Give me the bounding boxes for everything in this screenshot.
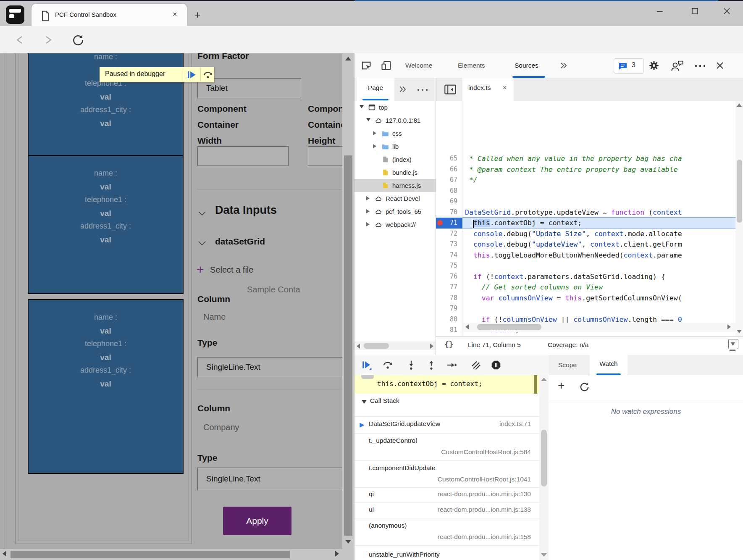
load-coverage-icon[interactable] <box>728 339 738 349</box>
tree-item-css[interactable]: css <box>354 127 436 140</box>
hide-navigator-icon[interactable] <box>444 84 457 95</box>
code-line-72[interactable]: console.debug("Update Size", context.mod… <box>462 229 743 239</box>
step-over-icon[interactable] <box>382 360 393 371</box>
gutter-line-68[interactable]: 68 <box>436 186 462 197</box>
tree-item-top[interactable]: top <box>354 101 436 114</box>
new-tab-button[interactable]: + <box>192 9 203 21</box>
scroll-right-icon[interactable] <box>335 551 339 557</box>
add-watch-icon[interactable]: + <box>558 379 564 392</box>
code-line-71[interactable]: this.contextObj = context; <box>462 217 743 229</box>
pause-on-exceptions-icon[interactable] <box>491 360 501 371</box>
scroll-down-icon[interactable] <box>345 540 351 544</box>
gutter-line-72[interactable]: 72 <box>436 229 462 239</box>
gutter-line-70[interactable]: 70 <box>436 207 462 218</box>
gutter-line-67[interactable]: 67 <box>436 175 462 186</box>
step-over-icon[interactable] <box>203 71 213 79</box>
tree-item-webpack-[interactable]: webpack:// <box>354 218 436 231</box>
page-vertical-scrollbar[interactable] <box>342 53 354 549</box>
gutter-line-65[interactable]: 65 <box>436 153 462 164</box>
tree-item-lib[interactable]: lib <box>354 140 436 153</box>
tree-item-bundle-js[interactable]: bundle.js <box>354 166 436 179</box>
resume-script-icon[interactable] <box>361 360 372 371</box>
tree-item--index-[interactable]: (index) <box>354 153 436 166</box>
dataset-chevron-icon[interactable] <box>197 239 207 248</box>
code-line-76[interactable]: if (!context.parameters.dataSetGrid.load… <box>462 271 743 282</box>
container-height-input[interactable] <box>308 146 342 166</box>
gutter-line-76[interactable]: 76 <box>436 271 462 282</box>
gutter-line-66[interactable]: 66 <box>436 164 462 175</box>
expander-open-icon[interactable] <box>360 105 364 108</box>
window-minimize-button[interactable] <box>654 6 665 17</box>
apply-button[interactable]: Apply <box>223 507 291 535</box>
call-stack-header[interactable]: Call Stack <box>354 394 539 410</box>
navigator-hscrollbar[interactable] <box>354 342 436 350</box>
call-stack-frame[interactable]: uireact-dom.produ...ion.min.js:133 <box>354 503 539 518</box>
gutter-line-79[interactable]: 79 <box>436 303 462 314</box>
type1-select[interactable]: SingleLine.Text <box>197 357 342 377</box>
gutter-line-78[interactable]: 78 <box>436 293 462 304</box>
resume-script-icon[interactable] <box>186 70 197 79</box>
gutter-line-80[interactable]: 80 <box>436 314 462 325</box>
more-tabs-icon[interactable] <box>559 53 568 78</box>
page-hscroll-thumb[interactable] <box>11 551 290 558</box>
tree-item-127-0-0-1-81[interactable]: 127.0.0.1:81 <box>354 114 436 127</box>
step-icon[interactable] <box>446 360 457 371</box>
record-card[interactable]: name :valtelephone1 :valaddress1_city :v… <box>28 155 184 294</box>
step-out-icon[interactable] <box>426 360 437 371</box>
tab-sources[interactable]: Sources <box>515 53 538 78</box>
call-stack-frame[interactable]: qireact-dom.produ...ion.min.js:130 <box>354 488 539 503</box>
scroll-left-icon[interactable] <box>3 551 6 557</box>
tab-watch[interactable]: Watch <box>590 355 627 375</box>
gutter-line-74[interactable]: 74 <box>436 250 462 261</box>
tree-item-harness-js[interactable]: harness.js <box>354 179 436 192</box>
page-horizontal-scrollbar[interactable] <box>0 549 342 560</box>
device-toolbar-icon[interactable] <box>381 60 392 71</box>
expander-closed-icon[interactable] <box>373 144 376 148</box>
code-line-77[interactable]: // Get sorted columns on View <box>462 282 743 293</box>
window-close-button[interactable] <box>722 6 732 17</box>
inspect-element-icon[interactable] <box>360 60 372 71</box>
reload-icon[interactable] <box>71 33 85 47</box>
code-line-65[interactable]: * Called when any value in the property … <box>462 153 743 164</box>
gutter-line-69[interactable]: 69 <box>436 196 462 207</box>
devtools-close-icon[interactable] <box>715 60 725 71</box>
gutter-line-75[interactable]: 75 <box>436 260 462 271</box>
browser-tab[interactable]: PCF Control Sandbox × <box>32 4 187 26</box>
navigator-menu-icon[interactable] <box>416 88 429 92</box>
call-stack-frame[interactable]: (anonymous)react-dom.produ...ion.min.js:… <box>354 518 539 546</box>
step-into-icon[interactable] <box>406 360 417 371</box>
deactivate-breakpoints-icon[interactable] <box>470 360 481 371</box>
gutter-line-81[interactable]: 81 <box>436 325 462 336</box>
pretty-print-icon[interactable]: {} <box>444 340 454 349</box>
tab-welcome[interactable]: Welcome <box>405 53 432 78</box>
container-width-input[interactable] <box>197 146 289 166</box>
editor-gutter[interactable]: 6566676869707172737475767778798081828384… <box>436 101 462 336</box>
file-tab-index-ts[interactable]: index.ts × <box>462 78 514 101</box>
code-line-69[interactable] <box>462 196 743 207</box>
devtools-menu-icon[interactable] <box>694 64 706 68</box>
call-stack-frame[interactable]: unstable_runWithPriority <box>354 546 539 560</box>
code-line-74[interactable]: this.toggleLoadMoreButtonWhenNeeded(cont… <box>462 250 743 261</box>
code-line-70[interactable]: DataSetGrid.prototype.updateView = funct… <box>462 207 743 218</box>
code-line-78[interactable]: var columnsOnView = this.getSortedColumn… <box>462 293 743 304</box>
console-messages-badge[interactable]: 3 <box>614 58 644 74</box>
select-file-plus-icon[interactable]: + <box>197 263 204 277</box>
record-card[interactable]: name :valtelephone1 :valaddress1_city :v… <box>28 299 184 474</box>
expander-closed-icon[interactable] <box>373 131 376 135</box>
scroll-up-icon[interactable] <box>345 57 351 60</box>
expander-closed-icon[interactable] <box>366 196 370 200</box>
navigator-page-tab[interactable]: Page <box>357 78 394 101</box>
callstack-vscrollbar[interactable] <box>539 375 549 560</box>
editor-vscrollbar[interactable] <box>735 101 743 336</box>
feedback-icon[interactable] <box>670 60 684 72</box>
refresh-watch-icon[interactable] <box>579 381 590 392</box>
window-maximize-button[interactable] <box>690 6 701 17</box>
expander-closed-icon[interactable] <box>366 209 370 213</box>
workspace-icon[interactable] <box>6 5 24 24</box>
tab-close-icon[interactable]: × <box>173 10 177 19</box>
select-file-link[interactable]: Select a file <box>210 265 253 275</box>
expander-open-icon[interactable] <box>366 118 370 121</box>
gutter-line-77[interactable]: 77 <box>436 282 462 293</box>
back-icon[interactable] <box>13 34 26 46</box>
call-stack-frame[interactable]: t._updateControlCustomControlHostRoot.js… <box>354 434 539 461</box>
